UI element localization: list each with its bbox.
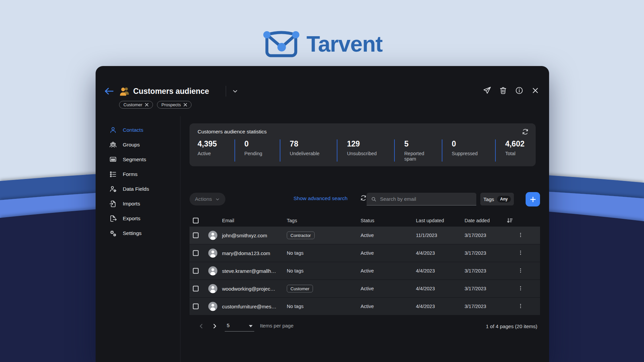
show-advanced-search-link[interactable]: Show advanced search xyxy=(293,195,347,201)
sidebar-item-forms[interactable]: Forms xyxy=(96,167,180,182)
row-menu-button[interactable] xyxy=(518,250,524,256)
stat-label: Undeliverable xyxy=(290,151,320,156)
sidebar-item-groups[interactable]: Groups xyxy=(96,137,180,152)
stat-value: 0 xyxy=(245,139,262,148)
table-row[interactable]: customfurniture@mes… No tags Active 4/4/… xyxy=(190,298,540,315)
info-icon xyxy=(515,86,524,95)
contact-status: Active xyxy=(361,286,374,291)
previous-page-button[interactable] xyxy=(198,322,205,330)
sidebar-item-label: Contacts xyxy=(123,127,143,133)
sort-icon xyxy=(506,217,514,224)
stat-pending: 0 Pending xyxy=(234,139,280,162)
sidebar-item-exports[interactable]: Exports xyxy=(96,211,180,226)
sidebar-item-label: Imports xyxy=(123,201,140,207)
stat-label: Active xyxy=(198,151,217,156)
send-button[interactable] xyxy=(483,86,491,95)
search-input[interactable] xyxy=(380,196,476,202)
refresh-icon xyxy=(360,194,367,201)
stat-label: Total xyxy=(505,151,525,156)
table-row[interactable]: john@smithxyz.com Contractor Active 11/1… xyxy=(190,227,540,244)
pagination-summary: 1 of 4 pages (20 items) xyxy=(486,323,537,329)
remove-tag-icon[interactable] xyxy=(183,103,187,107)
row-checkbox[interactable] xyxy=(193,268,199,274)
sidebar: Contacts Groups Segments Forms xyxy=(96,123,180,241)
refresh-list-button[interactable] xyxy=(360,194,367,201)
row-menu-button[interactable] xyxy=(518,285,524,292)
caret-down-icon xyxy=(249,324,253,328)
kebab-icon xyxy=(518,250,524,256)
back-button[interactable] xyxy=(104,86,114,96)
actions-dropdown-button[interactable]: Actions xyxy=(190,193,225,205)
refresh-statistics-button[interactable] xyxy=(522,128,529,135)
stat-suppressed: 0 Suppressed xyxy=(442,139,495,162)
delete-button[interactable] xyxy=(499,86,507,95)
audience-dropdown-button[interactable] xyxy=(232,88,238,95)
contact-tag-chip: Customer xyxy=(287,285,313,293)
window-actions xyxy=(483,86,540,95)
items-per-page-label: Items per page xyxy=(260,323,293,328)
active-filter-tags: Customer Prospects xyxy=(119,101,192,109)
remove-tag-icon[interactable] xyxy=(145,103,149,107)
statistics-title: Customers audience statistics xyxy=(198,129,267,135)
stat-value: 129 xyxy=(347,139,377,148)
filter-tag-customer[interactable]: Customer xyxy=(119,101,153,109)
row-menu-button[interactable] xyxy=(518,267,524,274)
sort-button[interactable] xyxy=(506,217,514,224)
contact-last-updated: 4/4/2023 xyxy=(416,304,435,309)
row-checkbox[interactable] xyxy=(193,233,199,238)
row-checkbox[interactable] xyxy=(193,286,199,292)
audience-icon xyxy=(118,85,130,97)
chevron-down-icon xyxy=(215,197,220,202)
stat-value: 5 xyxy=(404,139,424,148)
contact-status: Active xyxy=(361,304,374,309)
audience-window: Customers audience Customer xyxy=(96,66,549,362)
tags-filter-button[interactable]: Tags Any xyxy=(480,193,514,205)
column-header-status: Status xyxy=(361,218,374,223)
sidebar-item-imports[interactable]: Imports xyxy=(96,196,180,211)
contact-date-added: 3/17/2023 xyxy=(465,286,486,291)
items-per-page-select[interactable]: 5 xyxy=(225,321,254,331)
row-menu-button[interactable] xyxy=(518,303,524,310)
column-header-email: Email xyxy=(222,218,234,223)
close-button[interactable] xyxy=(531,86,540,95)
sidebar-item-segments[interactable]: Segments xyxy=(96,152,180,167)
avatar xyxy=(208,302,217,311)
contact-email: steve.kramer@gmallh… xyxy=(222,268,276,274)
table-row[interactable]: woodworking@projec… Customer Active 4/4/… xyxy=(190,280,540,298)
contact-status: Active xyxy=(361,250,374,256)
contact-last-updated: 4/4/2023 xyxy=(416,268,435,274)
avatar xyxy=(208,266,217,276)
row-checkbox[interactable] xyxy=(193,304,199,309)
tags-filter-label: Tags xyxy=(483,196,494,202)
stat-value: 4,395 xyxy=(198,139,217,148)
add-contact-button[interactable] xyxy=(526,192,540,206)
info-button[interactable] xyxy=(515,86,524,95)
chevron-down-icon xyxy=(232,88,238,95)
filter-tag-prospects[interactable]: Prospects xyxy=(157,101,192,109)
contact-date-added: 3/17/2023 xyxy=(465,304,486,309)
avatar xyxy=(208,231,217,240)
contact-date-added: 3/17/2023 xyxy=(465,250,486,256)
contact-tag-chip: Contractor xyxy=(287,232,315,239)
contact-status: Active xyxy=(361,268,374,274)
contact-last-updated: 11/1/2023 xyxy=(416,233,437,238)
groups-icon xyxy=(109,141,117,149)
row-checkbox[interactable] xyxy=(193,250,199,256)
table-row[interactable]: mary@doma123.com No tags Active 4/4/2023… xyxy=(190,244,540,262)
next-page-button[interactable] xyxy=(211,322,218,330)
paper-plane-icon xyxy=(483,86,491,95)
sidebar-item-label: Data Fields xyxy=(123,186,149,192)
select-all-checkbox[interactable] xyxy=(193,218,199,224)
contact-email: customfurniture@mes… xyxy=(222,304,276,309)
sidebar-item-data-fields[interactable]: Data Fields xyxy=(96,182,180,196)
stat-label: Unsubscribed xyxy=(347,151,377,156)
refresh-icon xyxy=(522,128,529,135)
statistics-row: 4,395 Active 0 Pending 78 Undeliverable … xyxy=(198,139,530,162)
sidebar-item-settings[interactable]: Settings xyxy=(96,226,180,241)
gears-icon xyxy=(109,229,117,237)
sidebar-item-contacts[interactable]: Contacts xyxy=(96,123,180,137)
row-menu-button[interactable] xyxy=(518,232,524,239)
stat-label: Pending xyxy=(245,151,262,156)
contact-date-added: 3/17/2023 xyxy=(465,233,486,238)
table-row[interactable]: steve.kramer@gmallh… No tags Active 4/4/… xyxy=(190,262,540,280)
